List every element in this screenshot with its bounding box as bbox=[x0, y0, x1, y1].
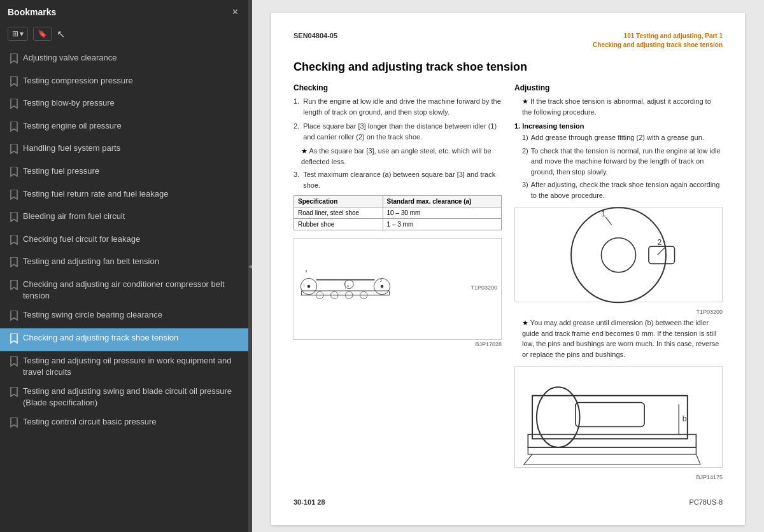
doc-id: SEN04804-05 bbox=[294, 32, 337, 39]
table-row-road: Road liner, steel shoe 10 – 30 mm bbox=[294, 207, 502, 219]
bookmark-item-2[interactable]: Testing compression pressure bbox=[0, 71, 248, 94]
bookmark-icon-16 bbox=[10, 417, 18, 431]
diagram1-label: T1P03200 bbox=[397, 284, 501, 293]
bookmark-item-1[interactable]: Adjusting valve clearance bbox=[0, 48, 248, 71]
bookmark-icon-5 bbox=[10, 144, 18, 158]
doc-section-line2: Checking and adjusting track shoe tensio… bbox=[593, 41, 723, 50]
svg-line-30 bbox=[524, 454, 533, 465]
bookmark-icon-button[interactable]: 🔖 bbox=[33, 27, 52, 41]
bookmark-item-7[interactable]: Testing fuel return rate and fuel leakag… bbox=[0, 185, 248, 207]
bookmark-item-11[interactable]: Checking and adjusting air conditioner c… bbox=[0, 275, 248, 305]
bookmarks-list: Adjusting valve clearanceTesting compres… bbox=[0, 46, 248, 532]
svg-point-2 bbox=[308, 285, 311, 288]
bookmark-label-2: Testing compression pressure bbox=[23, 75, 241, 87]
tension-step-2: 2) To check that the tension is normal, … bbox=[522, 146, 723, 178]
doc-section-line1: 101 Testing and adjusting, Part 1 bbox=[593, 32, 723, 41]
bookmark-item-10[interactable]: Testing and adjusting fan belt tension bbox=[0, 252, 248, 275]
table-header-clearance: Standard max. clearance (a) bbox=[383, 196, 501, 207]
svg-point-3 bbox=[344, 280, 353, 289]
bookmark-item-16[interactable]: Testing control circuit basic pressure bbox=[0, 412, 248, 435]
svg-point-16 bbox=[571, 207, 666, 302]
bookmark-label-7: Testing fuel return rate and fuel leakag… bbox=[23, 188, 241, 200]
bookmark-label-6: Testing fuel pressure bbox=[23, 165, 241, 177]
svg-line-31 bbox=[696, 454, 700, 465]
checking-steps: 1. Run the engine at low idle and drive … bbox=[294, 96, 502, 142]
bookmark-label-13: Checking and adjusting track shoe tensio… bbox=[23, 332, 241, 344]
bookmark-item-12[interactable]: Testing swing circle bearing clearance bbox=[0, 305, 248, 328]
table-cell-rubber-spec: Rubber shoe bbox=[294, 219, 383, 230]
doc-title: Checking and adjusting track shoe tensio… bbox=[294, 60, 723, 74]
bookmark-item-14[interactable]: Testing and adjusting oil pressure in wo… bbox=[0, 351, 248, 382]
bookmark-item-3[interactable]: Testing blow-by pressure bbox=[0, 94, 248, 116]
step-3-num: 3. bbox=[294, 169, 299, 190]
bookmark-icon-4 bbox=[10, 122, 18, 136]
table-row-rubber: Rubber shoe 1 – 3 mm bbox=[294, 219, 502, 230]
doc-section-title: 101 Testing and adjusting, Part 1 Checki… bbox=[593, 32, 723, 50]
grease-fitting-svg: 1 2 bbox=[515, 195, 722, 316]
bookmark-item-9[interactable]: Checking fuel circuit for leakage bbox=[0, 230, 248, 253]
doc-body: Checking 1. Run the engine at low idle a… bbox=[294, 83, 723, 480]
view-options-button[interactable]: ⊞ ▾ bbox=[8, 27, 28, 41]
bookmark-item-6[interactable]: Testing fuel pressure bbox=[0, 162, 248, 185]
footer-model: PC78US-8 bbox=[689, 498, 723, 506]
bookmarks-panel: Bookmarks × ⊞ ▾ 🔖 ↖ Adjusting valve clea… bbox=[0, 0, 248, 532]
dropdown-arrow-icon: ▾ bbox=[20, 29, 24, 38]
bookmark-label-16: Testing control circuit basic pressure bbox=[23, 416, 241, 428]
bookmark-item-15[interactable]: Testing and adjusting swing and blade ci… bbox=[0, 382, 248, 412]
svg-text:1: 1 bbox=[303, 283, 305, 287]
bookmark-item-5[interactable]: Handling fuel system parts bbox=[0, 139, 248, 162]
bookmark-label-8: Bleeding air from fuel circuit bbox=[23, 211, 241, 222]
step-3-text: Test maximum clearance (a) between squar… bbox=[303, 169, 502, 190]
table-header-spec: Specification bbox=[294, 196, 383, 207]
checking-steps-cont: 3. Test maximum clearance (a) between sq… bbox=[294, 169, 502, 190]
tension-step-1-num: 1) bbox=[522, 132, 528, 143]
tension-step-2-num: 2) bbox=[522, 146, 528, 178]
bookmark-icon-3 bbox=[10, 99, 18, 113]
svg-rect-27 bbox=[576, 402, 644, 426]
bookmark-label-3: Testing blow-by pressure bbox=[23, 97, 241, 109]
bookmark-icon-12 bbox=[10, 311, 18, 325]
bookmark-label-4: Testing engine oil pressure bbox=[23, 120, 241, 132]
bookmark-item-4[interactable]: Testing engine oil pressure bbox=[0, 116, 248, 139]
svg-text:2: 2 bbox=[657, 237, 661, 246]
doc-right-column: Adjusting If the track shoe tension is a… bbox=[514, 83, 723, 480]
bookmark-icon-10 bbox=[10, 257, 18, 271]
diagram-grease-fitting: 1 2 bbox=[514, 207, 723, 302]
diagram1-label-text: BJP17028 bbox=[294, 341, 502, 347]
bookmarks-header-left: Bookmarks bbox=[8, 7, 56, 17]
bookmark-item-13[interactable]: Checking and adjusting track shoe tensio… bbox=[0, 328, 248, 351]
tension-step-1: 1) Add grease through grease fitting (2)… bbox=[522, 132, 723, 143]
tension-step-1-text: Add grease through grease fitting (2) wi… bbox=[531, 132, 704, 143]
step-2-text: Place square bar [3] longer than the dis… bbox=[303, 121, 502, 142]
step-1-text: Run the engine at low idle and drive the… bbox=[303, 96, 502, 117]
svg-point-9 bbox=[381, 285, 384, 288]
table-cell-road-value: 10 – 30 mm bbox=[383, 207, 501, 219]
footer-page-number: 30-101 28 bbox=[294, 498, 325, 506]
increasing-tension-steps: 1) Add grease through grease fitting (2)… bbox=[514, 132, 723, 200]
bookmark-label-15: Testing and adjusting swing and blade ci… bbox=[23, 386, 241, 409]
close-button[interactable]: × bbox=[230, 5, 241, 19]
idler-guide-svg: b bbox=[515, 353, 722, 482]
bookmark-item-8[interactable]: Bleeding air from fuel circuit bbox=[0, 207, 248, 230]
tension-step-2-text: To check that the tension is normal, run… bbox=[531, 146, 723, 178]
bookmark-icon-9 bbox=[10, 235, 18, 249]
bookmark-icon-11 bbox=[10, 280, 18, 294]
bookmark-icon-2 bbox=[10, 76, 18, 90]
bookmark-label-5: Handling fuel system parts bbox=[23, 143, 241, 154]
adjusting-title: Adjusting bbox=[514, 83, 723, 92]
document-footer: 30-101 28 PC78US-8 bbox=[294, 493, 723, 506]
table-cell-road-spec: Road liner, steel shoe bbox=[294, 207, 383, 219]
svg-text:2: 2 bbox=[380, 279, 382, 283]
bookmark-icon-1 bbox=[10, 53, 18, 67]
svg-text:3: 3 bbox=[305, 270, 307, 274]
document-content: SEN04804-05 101 Testing and adjusting, P… bbox=[252, 0, 764, 532]
bookmarks-toolbar: ⊞ ▾ 🔖 ↖ bbox=[0, 24, 248, 46]
bookmark-label-11: Checking and adjusting air conditioner c… bbox=[23, 279, 241, 302]
bookmarks-title: Bookmarks bbox=[8, 7, 56, 17]
bookmark-label-9: Checking fuel circuit for leakage bbox=[23, 234, 241, 245]
panel-resizer[interactable] bbox=[248, 0, 252, 532]
step-2-num: 2. bbox=[294, 121, 299, 142]
doc-left-column: Checking 1. Run the engine at low idle a… bbox=[294, 83, 502, 480]
diagram-idler-guide: b bbox=[514, 366, 723, 468]
step-2: 2. Place square bar [3] longer than the … bbox=[294, 121, 502, 142]
